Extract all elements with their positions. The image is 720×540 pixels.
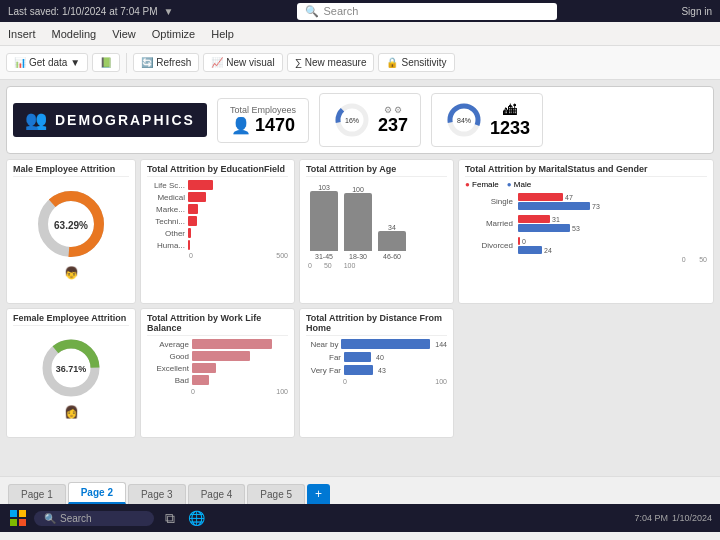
edu-axis-min: 0 [189,252,193,259]
title-bar: Last saved: 1/10/2024 at 7:04 PM ▼ 🔍 Sea… [0,0,720,22]
age-attrition-chart: Total Attrition by Age 103 31-45 100 18-… [299,159,454,304]
age-bars: 103 31-45 100 18-30 34 46-60 [306,180,447,260]
measure-icon: ∑ [295,57,302,68]
marital-single-row: Single 47 73 [465,193,707,210]
male-attrition-title: Male Employee Attrition [13,164,129,177]
taskbar: 🔍 Search ⧉ 🌐 7:04 PM 1/10/2024 [0,504,720,532]
work-life-chart: Total Attrition by Work Life Balance Ave… [140,308,295,438]
marital-attrition-chart: Total Attrition by MaritalStatus and Gen… [458,159,714,304]
male-attrition-chart: Male Employee Attrition 63.29% 👦 [6,159,136,304]
wlb-bars: Average Good Excellent Bad [147,339,288,385]
kpi2-value: 237 [378,115,408,136]
taskview-icon: ⧉ [165,510,175,527]
edu-bar-row: Techni... [147,216,288,226]
get-data-icon: 📊 [14,57,26,68]
signin-button[interactable]: Sign in [681,6,712,17]
donut-wrap: 63.29% [31,184,111,266]
demo-header: 👥 DEMOGRAPHICS [13,103,207,137]
svg-text:16%: 16% [345,117,359,124]
sensitivity-button[interactable]: 🔒 Sensitivity [378,53,454,72]
ribbon-item-help[interactable]: Help [211,28,234,40]
distance-title: Total Attrition by Distance From Home [306,313,447,336]
distance-chart: Total Attrition by Distance From Home Ne… [299,308,454,438]
tab-page5[interactable]: Page 5 [247,484,305,504]
edu-bar-row: Other [147,228,288,238]
taskbar-search-icon: 🔍 [44,513,56,524]
excel-button[interactable]: 📗 [92,53,120,72]
edu-bar-label: Life Sc... [147,181,185,190]
dropdown-arrow: ▼ [70,57,80,68]
refresh-button[interactable]: 🔄 Refresh [133,53,199,72]
tabs-bar: Page 1 Page 2 Page 3 Page 4 Page 5 + [0,476,720,504]
tab-page4[interactable]: Page 4 [188,484,246,504]
svg-rect-10 [10,510,17,517]
search-bar[interactable]: 🔍 Search [297,3,557,20]
female-attrition-chart: Female Employee Attrition 36.71% 👩 [6,308,136,438]
add-page-button[interactable]: + [307,484,330,504]
edu-bar-label: Medical [147,193,185,202]
ribbon: Insert Modeling View Optimize Help [0,22,720,46]
kpi-3: 84% 🏙 1233 [431,93,543,147]
marital-title: Total Attrition by MaritalStatus and Gen… [465,164,707,177]
edu-bar [188,192,206,202]
refresh-icon: 🔄 [141,57,153,68]
age-title: Total Attrition by Age [306,164,447,177]
new-visual-button[interactable]: 📈 New visual [203,53,282,72]
edu-bar-row: Marke... [147,204,288,214]
taskbar-date: 1/10/2024 [672,513,712,523]
tab-page2[interactable]: Page 2 [68,482,126,504]
svg-rect-12 [10,519,17,526]
ribbon-item-optimize[interactable]: Optimize [152,28,195,40]
edu-bar [188,240,190,250]
new-measure-button[interactable]: ∑ New measure [287,53,375,72]
svg-text:84%: 84% [457,117,471,124]
kpi-2: 16% ⚙ ⚙ 237 [319,93,421,147]
marital-married-row: Married 31 53 [465,215,707,232]
toolbar: 📊 Get data ▼ 📗 🔄 Refresh 📈 New visual ∑ … [0,46,720,80]
dropdown-icon[interactable]: ▼ [164,6,174,17]
edu-bar-row: Huma... [147,240,288,250]
saved-text: Last saved: 1/10/2024 at 7:04 PM [8,6,158,17]
excel-icon: 📗 [100,57,112,68]
windows-button[interactable] [8,508,28,528]
windows-icon [10,510,26,526]
kpi-total-employees: Total Employees 👤 1470 [217,98,309,143]
edu-bar-row: Life Sc... [147,180,288,190]
edu-axis-max: 500 [276,252,288,259]
people-icon-kpi3: 🏙 [490,102,530,118]
svg-rect-11 [19,510,26,517]
get-data-button[interactable]: 📊 Get data ▼ [6,53,88,72]
edu-bar-label: Marke... [147,205,185,214]
ribbon-item-insert[interactable]: Insert [8,28,36,40]
male-icon: 👦 [64,266,79,280]
sensitivity-icon: 🔒 [386,57,398,68]
new-visual-icon: 📈 [211,57,223,68]
taskbar-right: 7:04 PM 1/10/2024 [634,513,712,523]
taskbar-search-text: Search [60,513,92,524]
edu-bar [188,228,191,238]
svg-rect-13 [19,519,26,526]
education-title: Total Attrition by EducationField [147,164,288,177]
tab-page3[interactable]: Page 3 [128,484,186,504]
employee-icon: 👤 [231,116,251,135]
female-pct: 36.71% [56,364,87,374]
demo-title: DEMOGRAPHICS [55,112,195,128]
separator [126,53,127,73]
taskbar-time: 7:04 PM [634,513,668,523]
search-placeholder: Search [323,5,358,17]
ribbon-item-view[interactable]: View [112,28,136,40]
dist-bars: Near by 144 Far 40 Very Far 43 [306,339,447,375]
marital-divorced-row: Divorced 0 24 [465,237,707,254]
edu-bar-label: Huma... [147,241,185,250]
edu-bar [188,204,198,214]
ribbon-item-modeling[interactable]: Modeling [52,28,97,40]
search-icon: 🔍 [305,5,319,18]
gauge-chart-2: 16% [332,100,372,140]
taskbar-search[interactable]: 🔍 Search [34,511,154,526]
edu-bar [188,216,197,226]
tab-page1[interactable]: Page 1 [8,484,66,504]
edu-bars-container: Life Sc... Medical Marke... Techni... Ot… [147,180,288,250]
taskview-button[interactable]: ⧉ [160,508,180,528]
edge-button[interactable]: 🌐 [186,508,206,528]
main-content: 👥 DEMOGRAPHICS Total Employees 👤 1470 16… [0,80,720,476]
